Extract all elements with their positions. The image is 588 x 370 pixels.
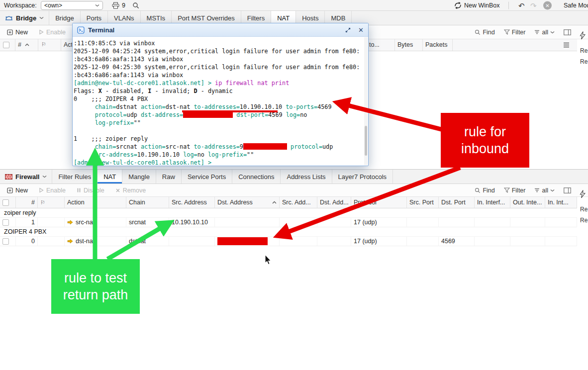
safe-mode-label[interactable]: Safe Mode — [564, 2, 588, 9]
workspace-value: <own> — [44, 2, 62, 9]
terminal-window-title: Terminal — [88, 26, 114, 34]
enable-button-label: Enable — [46, 29, 66, 36]
filter-list-icon — [534, 30, 540, 34]
scrollbar-thumb[interactable] — [365, 126, 367, 156]
firewall-tab-filter-rules[interactable]: Filter Rules — [52, 170, 98, 184]
firewall-filter-all-dropdown[interactable]: all — [534, 187, 555, 194]
bridge-title-area[interactable]: Bridge — [0, 11, 49, 25]
bridge-column-header-num[interactable]: # — [18, 41, 21, 48]
terminal-line: log-prefix="" — [74, 119, 365, 127]
close-icon[interactable]: ✕ — [358, 26, 364, 34]
cell-src-port — [407, 237, 439, 246]
firewall-disable-button[interactable]: Disable — [77, 187, 104, 194]
disable-button-label: Disable — [84, 187, 104, 194]
column-header-dst-address-list[interactable]: Dst. Add... — [317, 197, 351, 208]
column-header-src-address-list[interactable]: Src. Add... — [280, 197, 317, 208]
column-header-in-interface-list[interactable]: In. Int... — [545, 197, 577, 208]
bridge-enable-button[interactable]: Enable — [39, 29, 66, 36]
firewall-tab-layer7-protocols[interactable]: Layer7 Protocols — [332, 170, 393, 184]
column-header-flags[interactable]: ⚐ — [38, 197, 65, 208]
chevron-down-icon[interactable] — [39, 16, 44, 19]
select-all-checkbox[interactable] — [3, 42, 9, 48]
columns-icon[interactable] — [564, 187, 571, 193]
firewall-enable-button[interactable]: Enable — [39, 187, 66, 194]
cell-flags — [38, 237, 65, 246]
restore-icon[interactable] — [345, 27, 351, 33]
bridge-column-header-bytes[interactable]: Bytes — [397, 41, 413, 48]
select-all-checkbox[interactable] — [2, 199, 9, 206]
column-header-chain[interactable]: Chain — [126, 197, 169, 208]
menu-icon[interactable] — [563, 42, 570, 48]
chevron-down-icon[interactable] — [42, 175, 47, 178]
firewall-remove-button[interactable]: Remove — [115, 187, 146, 194]
bridge-column-header-packets[interactable]: Packets — [425, 41, 447, 48]
firewall-rule-row[interactable]: 1src-natsrcnat10.190.10.1017 (udp) — [0, 218, 577, 227]
sort-asc-icon — [272, 201, 277, 204]
bridge-filter-all-dropdown[interactable]: all — [534, 29, 555, 36]
cell-src-port — [407, 218, 439, 227]
flag-icon: ⚐ — [41, 41, 46, 48]
annotation-text: return path — [63, 286, 128, 303]
firewall-new-button[interactable]: New — [7, 187, 28, 194]
redo-icon[interactable]: ↷ — [530, 1, 537, 9]
undo-icon[interactable]: ↶ — [518, 1, 525, 9]
firewall-tab-address-lists[interactable]: Address Lists — [281, 170, 332, 184]
filter-list-icon — [534, 188, 540, 192]
firewall-tab-mangle[interactable]: Mangle — [122, 170, 156, 184]
column-header-dst-port[interactable]: Dst. Port — [439, 197, 475, 208]
bridge-reset-button[interactable]: Re — [580, 47, 588, 54]
bridge-side-panel: ReRe — [577, 25, 588, 85]
column-header-in-interface[interactable]: In. Interf... — [475, 197, 510, 208]
terminal-scrollbar[interactable] — [364, 37, 368, 165]
column-header-num[interactable]: # — [16, 197, 38, 208]
firewall-reset-button[interactable]: Re — [580, 217, 588, 224]
column-header-protocol[interactable]: Protocol — [351, 197, 407, 208]
new-winbox-label[interactable]: New WinBox — [464, 2, 500, 9]
column-header-dst-address[interactable]: Dst. Address — [215, 197, 280, 208]
disconnect-icon[interactable]: ✕ — [543, 1, 552, 9]
bridge-window-title: Bridge — [16, 14, 36, 22]
cell-dst-address-list — [317, 218, 351, 227]
firewall-reset-button[interactable]: Re — [580, 206, 588, 213]
cell-out-interface — [510, 218, 545, 227]
column-header-src-address[interactable]: Src. Address — [169, 197, 215, 208]
terminal-window: Terminal ✕ :11:C9:85:C3 via winbox2025-1… — [72, 23, 369, 166]
filter-icon — [504, 187, 510, 193]
bridge-new-button[interactable]: New — [7, 29, 28, 36]
bridge-reset-button[interactable]: Re — [580, 58, 588, 65]
redaction-box — [217, 237, 268, 245]
column-header-sel[interactable] — [0, 197, 16, 208]
firewall-filter-button[interactable]: Filter — [504, 187, 526, 194]
cell-dst-address-list — [317, 237, 351, 246]
firewall-find-button[interactable]: Find — [475, 187, 494, 194]
lightning-icon[interactable] — [580, 190, 586, 200]
firewall-title-area[interactable]: Firewall — [0, 170, 52, 184]
bridge-filter-button[interactable]: Filter — [504, 29, 526, 36]
new-winbox-icon[interactable] — [454, 1, 462, 9]
workspace-select[interactable]: <own> — [41, 1, 103, 10]
search-icon[interactable] — [132, 2, 139, 9]
sort-asc-icon[interactable] — [25, 43, 29, 46]
firewall-tab-service-ports[interactable]: Service Ports — [182, 170, 232, 184]
bridge-find-button[interactable]: Find — [475, 29, 494, 36]
terminal-output[interactable]: :11:C9:85:C3 via winbox2025-12-09 04:25:… — [73, 37, 368, 166]
column-header-out-interface[interactable]: Out. Inte... — [510, 197, 545, 208]
row-checkbox[interactable] — [2, 219, 9, 226]
firewall-rule-row[interactable]: 0dst-natdstnat17 (udp)4569 — [0, 237, 577, 246]
column-separator — [38, 39, 38, 51]
firewall-tab-connections[interactable]: Connections — [232, 170, 281, 184]
column-header-action[interactable]: Action — [65, 197, 126, 208]
columns-icon[interactable] — [564, 29, 571, 35]
firewall-tab-raw[interactable]: Raw — [156, 170, 182, 184]
cell-in-interface — [475, 218, 510, 227]
terminal-line: :bc43:6a86:aafa:1143 via winbox — [74, 71, 365, 79]
row-checkbox[interactable] — [2, 238, 9, 245]
printer-icon[interactable] — [112, 2, 119, 9]
terminal-titlebar[interactable]: Terminal ✕ — [73, 23, 368, 37]
nat-action-icon — [67, 220, 73, 225]
column-header-src-port[interactable]: Src. Port — [407, 197, 439, 208]
bridge-column-header-to[interactable]: to... — [369, 41, 380, 48]
cell-src-address-list — [280, 237, 317, 246]
lightning-icon[interactable] — [580, 31, 586, 42]
firewall-tab-nat[interactable]: NAT — [98, 170, 122, 184]
